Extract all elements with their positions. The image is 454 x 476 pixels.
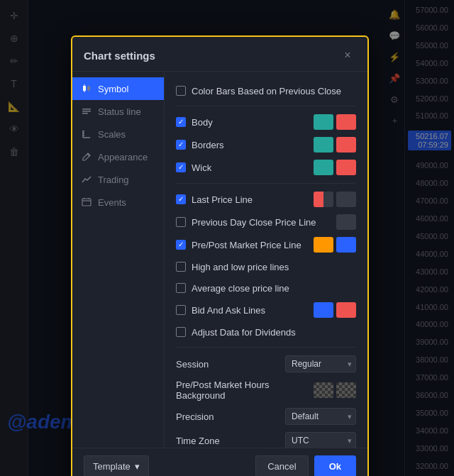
wick-row: Wick xyxy=(176,156,356,179)
color-bars-checkbox[interactable] xyxy=(176,86,186,96)
modal-title: Chart settings xyxy=(84,50,155,62)
chart-settings-modal: Chart settings × Symbol xyxy=(71,35,369,476)
pre-post-color-1[interactable] xyxy=(314,237,333,253)
ask-color[interactable] xyxy=(336,302,356,318)
wick-checkbox[interactable] xyxy=(176,162,186,172)
wick-color-swatches xyxy=(314,160,356,175)
timezone-select-wrapper: UTC EST PST xyxy=(285,432,356,448)
modal-footer: Template ▾ Cancel Ok xyxy=(72,448,367,476)
last-price-label: Last Price Line xyxy=(192,194,253,205)
lines-icon xyxy=(81,106,92,117)
close-button[interactable]: × xyxy=(339,47,356,64)
body-color-up[interactable] xyxy=(314,114,333,130)
pre-post-row: Pre/Post Market Price Line xyxy=(176,233,356,256)
sidebar-status-label: Status line xyxy=(98,106,141,117)
sidebar-item-trading[interactable]: Trading xyxy=(72,168,164,191)
body-color-swatches xyxy=(314,114,356,130)
session-row: Session Regular Extended xyxy=(176,352,356,376)
color-bars-row: Color Bars Based on Previous Close xyxy=(176,80,356,101)
sidebar-trading-label: Trading xyxy=(98,175,129,185)
sidebar-item-status-line[interactable]: Status line xyxy=(72,100,164,123)
session-select[interactable]: Regular Extended xyxy=(285,355,356,372)
session-select-wrapper: Regular Extended xyxy=(285,355,356,372)
trend-icon xyxy=(81,174,92,185)
svg-rect-4 xyxy=(89,85,89,87)
divider-2 xyxy=(176,183,356,184)
sidebar-item-appearance[interactable]: Appearance xyxy=(72,145,164,168)
pre-post-color-2[interactable] xyxy=(336,237,356,253)
pre-post-bg-color-2[interactable] xyxy=(336,382,356,398)
precision-select[interactable]: Default 0 1 2 xyxy=(285,408,356,425)
avg-close-row: Average close price line xyxy=(176,277,356,299)
svg-rect-5 xyxy=(89,90,89,92)
high-low-label: High and low price lines xyxy=(192,262,289,272)
last-price-style[interactable] xyxy=(336,192,356,207)
svg-rect-3 xyxy=(87,87,90,90)
avg-close-checkbox[interactable] xyxy=(176,283,186,293)
symbol-settings-content: Color Bars Based on Previous Close Body xyxy=(165,72,367,448)
avg-close-label: Average close price line xyxy=(192,283,289,294)
body-row: Body xyxy=(176,111,356,133)
session-label: Session xyxy=(176,359,209,370)
svg-rect-0 xyxy=(83,86,86,91)
borders-checkbox[interactable] xyxy=(176,140,186,150)
high-low-row: High and low price lines xyxy=(176,256,356,277)
precision-select-wrapper: Default 0 1 2 xyxy=(285,408,356,425)
prev-day-swatches xyxy=(336,214,356,230)
template-label: Template xyxy=(93,461,131,472)
svg-rect-7 xyxy=(82,111,91,112)
adjust-dividends-label: Adjust Data for Dividends xyxy=(192,327,296,338)
bid-ask-swatches xyxy=(314,302,356,318)
body-label: Body xyxy=(192,117,213,128)
template-button[interactable]: Template ▾ xyxy=(84,455,149,476)
scale-icon xyxy=(81,128,92,140)
settings-sidebar: Symbol Status line xyxy=(72,72,165,448)
borders-color-up[interactable] xyxy=(314,137,333,153)
ok-button[interactable]: Ok xyxy=(314,455,356,476)
wick-color-up[interactable] xyxy=(314,160,333,175)
modal-header: Chart settings × xyxy=(72,37,367,72)
last-price-checkbox[interactable] xyxy=(176,194,186,204)
wick-color-down[interactable] xyxy=(336,160,356,175)
pre-post-checkbox[interactable] xyxy=(176,240,186,250)
pre-post-bg-label: Pre/Post Market Hours Background xyxy=(176,380,314,401)
cancel-button[interactable]: Cancel xyxy=(255,455,308,476)
wick-label: Wick xyxy=(192,162,211,173)
precision-row: Precision Default 0 1 2 xyxy=(176,404,356,428)
timezone-select[interactable]: UTC EST PST xyxy=(285,432,356,448)
bid-ask-row: Bid And Ask Lines xyxy=(176,299,356,321)
sidebar-item-scales[interactable]: Scales xyxy=(72,123,164,145)
calendar-icon xyxy=(81,197,92,208)
timezone-label: Time Zone xyxy=(176,436,220,446)
last-price-swatches xyxy=(314,192,356,207)
brush-icon xyxy=(81,151,92,162)
body-checkbox[interactable] xyxy=(176,117,186,127)
sidebar-item-events[interactable]: Events xyxy=(72,191,164,214)
borders-color-down[interactable] xyxy=(336,137,356,153)
adjust-dividends-row: Adjust Data for Dividends xyxy=(176,321,356,343)
bid-ask-label: Bid And Ask Lines xyxy=(192,305,265,316)
svg-rect-1 xyxy=(84,84,85,86)
modal-body: Symbol Status line xyxy=(72,72,367,448)
pre-post-bg-row: Pre/Post Market Hours Background xyxy=(176,376,356,404)
bid-ask-checkbox[interactable] xyxy=(176,305,186,315)
pre-post-bg-color-1[interactable] xyxy=(314,382,333,398)
svg-rect-6 xyxy=(82,109,91,110)
svg-rect-2 xyxy=(84,91,85,92)
sidebar-events-label: Events xyxy=(98,197,126,208)
body-color-down[interactable] xyxy=(336,114,356,130)
prev-day-color[interactable] xyxy=(336,214,356,230)
high-low-checkbox[interactable] xyxy=(176,262,186,272)
divider-3 xyxy=(176,347,356,348)
bid-color[interactable] xyxy=(314,302,333,318)
sidebar-appearance-label: Appearance xyxy=(98,152,148,162)
template-chevron-icon: ▾ xyxy=(135,461,140,472)
last-price-color[interactable] xyxy=(314,192,333,207)
timezone-row: Time Zone UTC EST PST xyxy=(176,428,356,448)
sidebar-scales-label: Scales xyxy=(98,129,126,140)
prev-day-close-checkbox[interactable] xyxy=(176,217,186,227)
sidebar-item-symbol[interactable]: Symbol xyxy=(72,77,164,100)
adjust-dividends-checkbox[interactable] xyxy=(176,327,186,337)
borders-color-swatches xyxy=(314,137,356,153)
divider-1 xyxy=(176,106,356,106)
